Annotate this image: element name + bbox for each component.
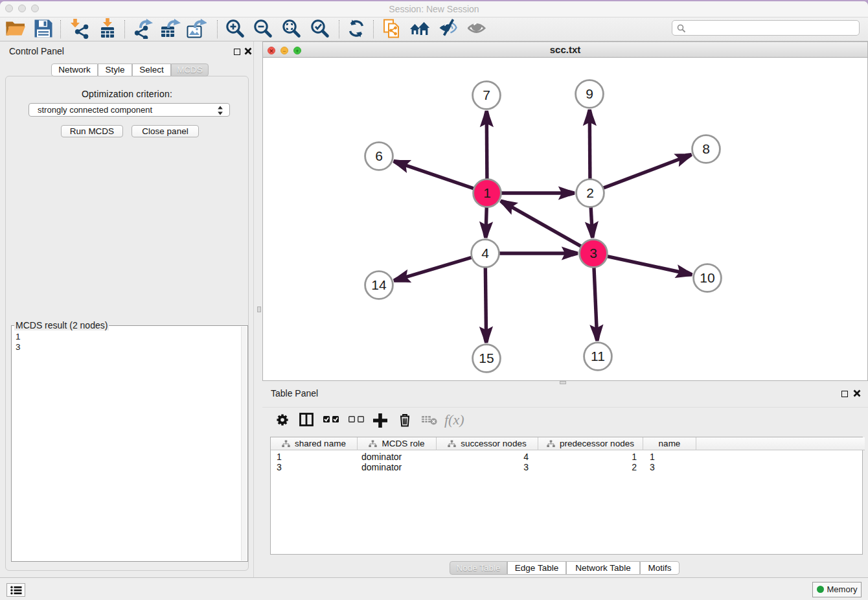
svg-text:15: 15 (479, 351, 494, 365)
svg-text:14: 14 (371, 277, 387, 292)
svg-text:3: 3 (589, 246, 597, 260)
svg-text:7: 7 (483, 87, 490, 102)
svg-text:11: 11 (591, 349, 605, 363)
svg-text:1: 1 (483, 185, 491, 200)
svg-text:f(x): f(x) (444, 412, 464, 428)
svg-text:10: 10 (700, 270, 714, 285)
svg-text:8: 8 (702, 141, 710, 156)
svg-text:6: 6 (375, 148, 383, 163)
svg-text:9: 9 (586, 86, 593, 101)
svg-text:4: 4 (481, 246, 489, 260)
svg-text:2: 2 (586, 185, 594, 200)
